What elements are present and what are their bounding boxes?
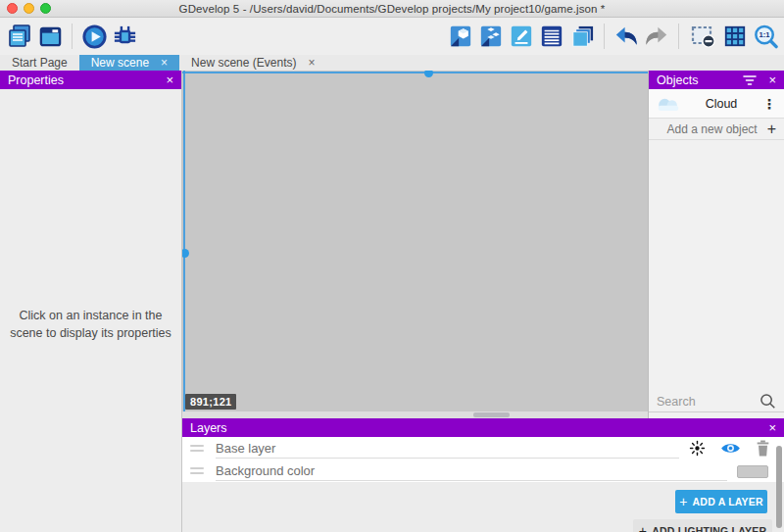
tab-label: Start Page — [12, 56, 68, 70]
zoom-original-button[interactable]: 1:1 — [752, 22, 779, 51]
search-icon — [760, 393, 776, 410]
layer-row-base[interactable]: Base layer — [182, 437, 784, 459]
start-page-button[interactable] — [36, 22, 64, 51]
effects-icon[interactable] — [689, 440, 706, 457]
tab-new-scene[interactable]: New scene × — [79, 55, 179, 71]
undo-arrow-icon — [613, 24, 639, 49]
objects-search-row — [649, 391, 784, 412]
selection-edge-top — [182, 72, 648, 73]
debug-button[interactable] — [111, 22, 138, 51]
filter-icon[interactable] — [743, 74, 757, 86]
grid-icon — [723, 24, 747, 48]
scene-canvas[interactable]: 891;121 — [182, 71, 648, 418]
close-icon[interactable]: × — [166, 73, 173, 86]
toolbar-separator — [72, 24, 73, 49]
add-lighting-layer-label: ADD LIGHTING LAYER — [652, 525, 766, 532]
scrollbar-thumb[interactable] — [473, 412, 510, 417]
close-icon[interactable]: × — [768, 421, 776, 434]
drag-handle-icon[interactable] — [190, 445, 204, 452]
properties-panel-header: Properties × — [0, 71, 181, 89]
open-objects-editor-button[interactable] — [447, 22, 474, 51]
selection-handle-top[interactable] — [424, 71, 433, 77]
layers-editor-icon — [570, 24, 595, 49]
object-menu-kebab-icon[interactable]: ⋮ — [760, 96, 778, 112]
undo-button[interactable] — [612, 22, 640, 51]
play-icon — [81, 24, 108, 50]
layers-panel: Layers × Base layer — [182, 418, 784, 532]
properties-panel: Properties × Click on an instance in the… — [0, 71, 182, 532]
toolbar-left-group — [0, 22, 138, 51]
instances-list-icon — [540, 24, 564, 48]
objects-panel: Objects × Cloud ⋮ Add a new object — [648, 71, 784, 418]
plus-icon: + — [639, 523, 647, 532]
main-area: Properties × Click on an instance in the… — [0, 71, 784, 532]
titlebar: GDevelop 5 - /Users/david/Documents/GDev… — [0, 0, 784, 18]
project-manager-button[interactable] — [6, 22, 33, 51]
debug-bug-icon — [112, 24, 138, 50]
tab-close-icon[interactable]: × — [161, 56, 168, 70]
layer-name-field[interactable]: Background color — [216, 460, 727, 481]
tab-close-icon[interactable]: × — [308, 56, 315, 70]
layers-panel-header: Layers × — [182, 418, 784, 437]
close-icon[interactable]: × — [768, 73, 776, 86]
project-manager-icon — [7, 24, 32, 49]
drag-handle-icon[interactable] — [190, 467, 204, 474]
cursor-coordinates-badge: 891;121 — [185, 394, 236, 410]
background-color-swatch[interactable] — [737, 465, 768, 478]
tab-label: New scene — [91, 56, 149, 70]
object-list-item-cloud[interactable]: Cloud ⋮ — [649, 89, 784, 119]
zoom-1-1-icon: 1:1 — [753, 24, 779, 50]
add-lighting-layer-button[interactable]: + ADD LIGHTING LAYER — [633, 519, 772, 532]
objects-search-input[interactable] — [657, 395, 754, 409]
redo-button[interactable] — [643, 22, 670, 51]
selection-handle-left[interactable] — [182, 249, 189, 258]
layer-row-background-color[interactable]: Background color — [182, 459, 784, 482]
panel-title: Objects — [657, 73, 698, 87]
add-object-row[interactable]: Add a new object + — [649, 119, 784, 140]
tab-strip: Start Page New scene × New scene (Events… — [0, 55, 784, 71]
layer-list: Base layer — [182, 437, 784, 482]
mask-remove-icon — [689, 23, 716, 50]
object-groups-icon — [479, 24, 503, 48]
add-object-label: Add a new object — [657, 122, 758, 136]
layers-vertical-scrollbar[interactable] — [776, 446, 782, 528]
play-button[interactable] — [80, 22, 108, 51]
toolbar-right-group: 1:1 — [447, 22, 784, 51]
cloud-icon — [655, 95, 682, 113]
window-title: GDevelop 5 - /Users/david/Documents/GDev… — [0, 3, 784, 15]
start-page-icon — [38, 24, 63, 49]
open-instances-list-button[interactable] — [538, 22, 565, 51]
layer-row-actions — [689, 440, 770, 457]
toggle-grid-button[interactable] — [721, 22, 749, 51]
plus-icon: + — [767, 121, 776, 137]
add-layer-button[interactable]: + ADD A LAYER — [675, 490, 767, 513]
objects-editor-icon — [449, 24, 472, 48]
objects-panel-header: Objects × — [649, 71, 784, 89]
panel-title: Properties — [8, 73, 64, 87]
layer-name-field[interactable]: Base layer — [216, 438, 679, 459]
open-properties-button[interactable] — [508, 22, 535, 51]
redo-arrow-icon — [644, 24, 669, 49]
tab-label: New scene (Events) — [191, 56, 296, 70]
object-name: Cloud — [682, 97, 760, 111]
tab-new-scene-events[interactable]: New scene (Events) × — [179, 55, 326, 71]
open-object-groups-button[interactable] — [477, 22, 505, 51]
open-layers-editor-button[interactable] — [568, 22, 596, 51]
properties-empty-message: Click on an instance in the scene to dis… — [10, 307, 172, 342]
plus-icon: + — [679, 494, 687, 509]
properties-pencil-icon — [510, 24, 533, 48]
selection-edge-left — [183, 71, 185, 418]
add-layer-label: ADD A LAYER — [693, 496, 763, 508]
toolbar: 1:1 — [0, 18, 784, 55]
visibility-eye-icon[interactable] — [720, 441, 741, 456]
toolbar-separator — [604, 24, 605, 49]
tab-start-page[interactable]: Start Page — [0, 55, 79, 71]
panel-title: Layers — [190, 421, 227, 435]
toggle-mask-button[interactable] — [687, 22, 718, 51]
svg-text:1:1: 1:1 — [759, 30, 770, 39]
canvas-horizontal-scrollbar[interactable] — [182, 411, 648, 418]
toolbar-separator — [678, 24, 679, 49]
trash-icon[interactable] — [756, 440, 770, 457]
